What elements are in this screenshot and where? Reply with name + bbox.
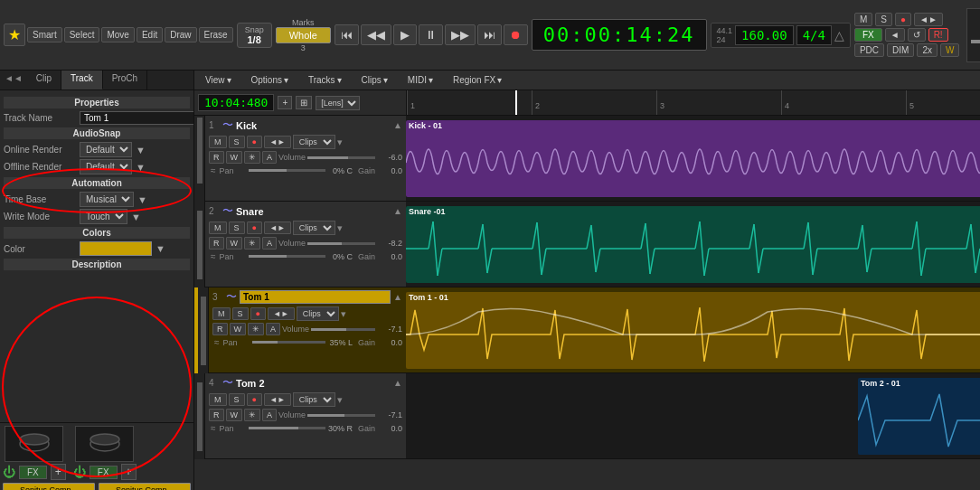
- play-button[interactable]: ▶: [393, 24, 417, 45]
- plugin-btn-1[interactable]: Sonitus Comp...: [3, 483, 95, 490]
- dim-button[interactable]: DIM: [887, 43, 914, 57]
- a-btn-tom2[interactable]: A: [262, 409, 277, 421]
- env-icon-snare[interactable]: ≈: [209, 250, 218, 262]
- menu-view[interactable]: View ▾: [200, 73, 237, 87]
- w-button[interactable]: W: [940, 43, 959, 57]
- color-swatch[interactable]: [80, 241, 152, 256]
- clip-kick-01[interactable]: Kick - 01: [406, 120, 980, 197]
- clips-select-tom1[interactable]: Clips: [297, 306, 339, 321]
- online-render-arrow[interactable]: ▼: [136, 145, 146, 155]
- clip-tom1-01[interactable]: Tom 1 - 01: [406, 292, 980, 369]
- back-button[interactable]: ◀◀: [361, 24, 391, 45]
- menu-options[interactable]: Options ▾: [246, 73, 294, 87]
- track-name-tom1[interactable]: [240, 290, 391, 304]
- env-icon-tom1[interactable]: ≈: [212, 336, 221, 348]
- m-button[interactable]: M: [854, 13, 872, 26]
- pan-track-kick[interactable]: [249, 169, 325, 172]
- r-btn-tom1[interactable]: R: [212, 323, 228, 335]
- draw-tool[interactable]: Draw: [165, 27, 196, 42]
- time-base-arrow[interactable]: ▼: [137, 194, 147, 205]
- menu-region-fx[interactable]: Region FX ▾: [448, 73, 507, 87]
- w-btn-snare[interactable]: W: [226, 237, 243, 250]
- timesig-display[interactable]: 4/4: [796, 25, 832, 45]
- snap-section[interactable]: Snap 1/8: [237, 23, 272, 48]
- lens-select[interactable]: [Lens]: [316, 96, 360, 110]
- r-btn-kick[interactable]: R: [209, 151, 224, 164]
- menu-clips[interactable]: Clips ▾: [356, 73, 393, 87]
- back2-button[interactable]: ◄: [885, 28, 905, 42]
- clip-snare-01[interactable]: Snare -01: [406, 206, 980, 283]
- clips-select-snare[interactable]: Clips: [293, 221, 335, 235]
- audio-button[interactable]: ◄►: [914, 13, 943, 26]
- volume-track-snare[interactable]: [307, 242, 375, 245]
- power-btn-2[interactable]: ⏻: [73, 465, 86, 479]
- pan-track-snare[interactable]: [249, 255, 325, 258]
- mute-kick[interactable]: M: [209, 136, 227, 148]
- expand-snare[interactable]: ▲: [393, 206, 402, 216]
- a-btn-kick[interactable]: A: [262, 151, 277, 164]
- clips-arrow-tom1[interactable]: ▾: [341, 308, 346, 320]
- end-button[interactable]: ⏭: [477, 24, 502, 45]
- pdc-button[interactable]: PDC: [854, 43, 884, 57]
- env-icon-kick[interactable]: ≈: [209, 165, 218, 176]
- smart-tool[interactable]: Smart: [27, 27, 62, 42]
- fx-label-1[interactable]: FX: [19, 466, 47, 479]
- s-button[interactable]: S: [875, 13, 892, 26]
- tab-clip[interactable]: Clip: [27, 71, 61, 90]
- r-btn-snare[interactable]: R: [209, 237, 224, 250]
- add-btn-1[interactable]: +: [51, 464, 66, 480]
- mono-tom2[interactable]: ◄►: [264, 393, 291, 406]
- menu-midi[interactable]: MIDI ▾: [402, 73, 438, 87]
- r-btn-tom2[interactable]: R: [209, 409, 224, 421]
- env-icon-tom2[interactable]: ≈: [209, 422, 218, 434]
- w-btn-tom2[interactable]: W: [226, 409, 243, 421]
- expand-kick[interactable]: ▲: [393, 120, 402, 130]
- rewind-button[interactable]: ⏮: [335, 24, 359, 45]
- add-btn-2[interactable]: +: [121, 464, 137, 480]
- tab-proch[interactable]: ProCh: [103, 71, 147, 90]
- expand-tom2[interactable]: ▲: [393, 378, 402, 388]
- select-tool[interactable]: Select: [64, 27, 100, 42]
- track-name-input[interactable]: [80, 111, 193, 125]
- forward-button[interactable]: ▶▶: [445, 24, 476, 45]
- add-track-button[interactable]: +: [278, 96, 292, 109]
- clips-arrow-kick[interactable]: ▾: [337, 137, 343, 148]
- clip-tom2-01[interactable]: Tom 2 - 01: [858, 378, 980, 455]
- erase-tool[interactable]: Erase: [199, 27, 233, 42]
- solo-tom2[interactable]: S: [229, 393, 245, 406]
- volume-track-tom1[interactable]: [311, 328, 375, 331]
- rec-kick[interactable]: ●: [247, 136, 262, 148]
- star-btn-tom2[interactable]: ✳: [244, 409, 260, 421]
- rec-tom2[interactable]: ●: [247, 393, 262, 406]
- master-rec-button[interactable]: ●: [895, 13, 911, 26]
- w-btn-kick[interactable]: W: [226, 151, 243, 164]
- rec-snare[interactable]: ●: [247, 221, 262, 234]
- clips-arrow-tom2[interactable]: ▾: [337, 394, 343, 406]
- clips-select-tom2[interactable]: Clips: [293, 392, 335, 407]
- star-button[interactable]: ★: [4, 24, 25, 46]
- a-btn-snare[interactable]: A: [262, 237, 277, 250]
- master-slider[interactable]: [966, 8, 980, 62]
- whole-button[interactable]: Whole: [276, 27, 331, 43]
- move-tool[interactable]: Move: [101, 27, 134, 42]
- color-arrow[interactable]: ▼: [155, 243, 165, 254]
- expand-tom1[interactable]: ▲: [393, 292, 402, 302]
- tempo-display[interactable]: 160.00: [735, 25, 794, 45]
- fit-button[interactable]: ⊞: [296, 96, 312, 109]
- write-mode-select[interactable]: Touch: [80, 209, 127, 224]
- tab-track[interactable]: Track: [61, 71, 103, 90]
- offline-render-select[interactable]: Default: [80, 159, 132, 174]
- menu-tracks[interactable]: Tracks ▾: [303, 73, 347, 87]
- star-btn-kick[interactable]: ✳: [244, 151, 260, 164]
- fx-label-2[interactable]: FX: [90, 466, 118, 479]
- offline-render-arrow[interactable]: ▼: [136, 162, 146, 173]
- mute-snare[interactable]: M: [209, 221, 227, 234]
- panel-collapse[interactable]: ◄◄: [0, 71, 27, 90]
- time-base-select[interactable]: Musical: [80, 192, 134, 207]
- 2x-button[interactable]: 2x: [917, 43, 938, 57]
- solo-tom1[interactable]: S: [232, 307, 249, 320]
- online-render-select[interactable]: Default: [80, 142, 132, 157]
- mono-kick[interactable]: ◄►: [264, 136, 291, 148]
- pause-button[interactable]: ⏸: [419, 24, 443, 45]
- solo-snare[interactable]: S: [229, 221, 245, 234]
